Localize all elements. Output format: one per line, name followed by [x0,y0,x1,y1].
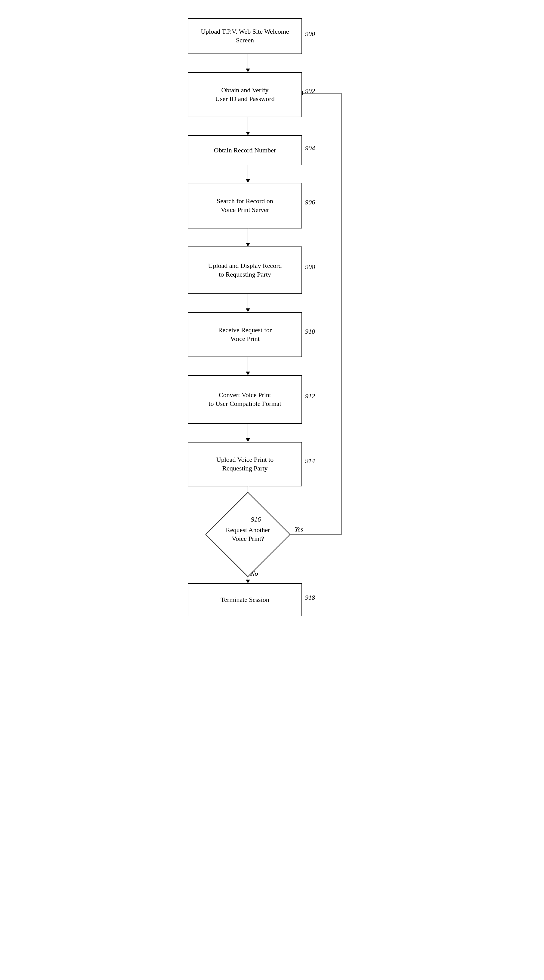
node-900: Upload T.P.V. Web Site Welcome Screen [188,18,302,54]
svg-marker-7 [246,243,250,247]
flowchart-container: No Yes Upload T.P.V. Web Site Welcome Sc… [155,6,389,968]
label-900: 900 [305,30,315,38]
node-906-label: Search for Record onVoice Print Server [217,197,273,214]
svg-text:Yes: Yes [295,525,303,533]
label-904: 904 [305,144,315,152]
svg-marker-17 [246,579,250,583]
node-916-label: Request AnotherVoice Print? [226,526,270,543]
label-914: 914 [305,457,315,465]
node-902: Obtain and VerifyUser ID and Password [188,72,302,117]
node-918: Terminate Session [188,583,302,616]
label-906: 906 [305,199,315,206]
node-904: Obtain Record Number [188,135,302,165]
node-902-label: Obtain and VerifyUser ID and Password [215,86,274,103]
node-900-label: Upload T.P.V. Web Site Welcome Screen [193,27,297,45]
label-916: 916 [251,515,261,523]
node-906: Search for Record onVoice Print Server [188,183,302,229]
node-918-label: Terminate Session [220,595,269,604]
node-910-label: Receive Request forVoice Print [218,326,272,343]
node-912: Convert Voice Printto User Compatible Fo… [188,375,302,424]
label-918: 918 [305,594,315,601]
label-908: 908 [305,263,315,271]
svg-marker-5 [246,179,250,183]
svg-marker-13 [246,438,250,442]
svg-marker-3 [246,132,250,135]
node-908-label: Upload and Display Recordto Requesting P… [208,261,282,279]
svg-marker-11 [246,372,250,375]
label-910: 910 [305,328,315,336]
svg-marker-9 [246,309,250,312]
node-908: Upload and Display Recordto Requesting P… [188,247,302,294]
node-914: Upload Voice Print toRequesting Party [188,442,302,487]
label-902: 902 [305,87,315,95]
node-904-label: Obtain Record Number [214,146,276,155]
node-912-label: Convert Voice Printto User Compatible Fo… [209,391,281,408]
node-914-label: Upload Voice Print toRequesting Party [216,455,273,473]
node-910: Receive Request forVoice Print [188,312,302,357]
svg-marker-1 [246,68,250,72]
node-916: Request AnotherVoice Print? [206,504,290,565]
label-912: 912 [305,392,315,400]
